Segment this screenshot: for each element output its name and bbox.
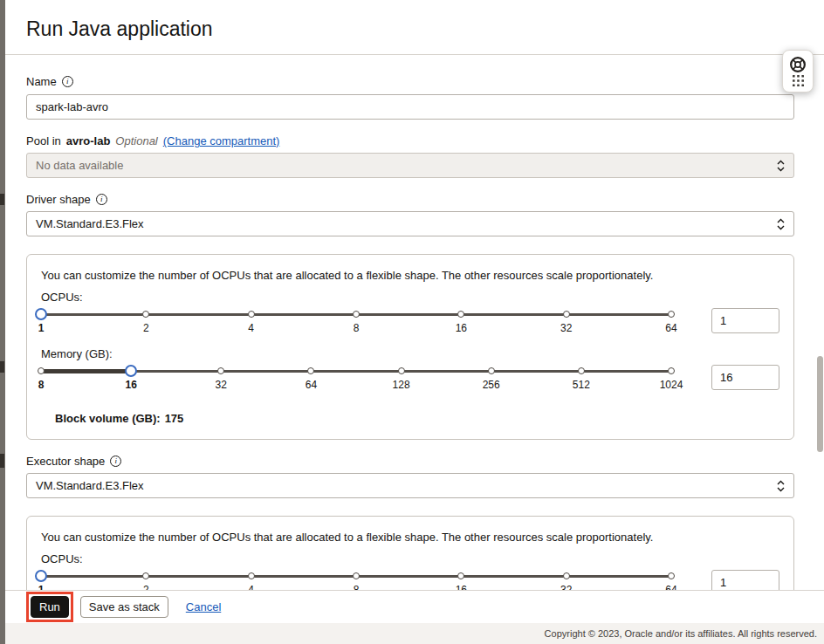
name-label: Name <box>26 74 57 89</box>
slider-tick <box>142 311 149 318</box>
block-volume: Block volume (GB): 175 <box>41 412 779 425</box>
info-icon[interactable]: i <box>96 194 107 205</box>
executor-ocpus-slider[interactable] <box>41 570 671 582</box>
change-compartment-link[interactable]: (Change compartment) <box>163 134 280 148</box>
tick-label: 16 <box>125 379 136 391</box>
name-input[interactable] <box>26 94 794 120</box>
panel-footer: Run Save as stack Cancel <box>5 590 824 623</box>
slider-tick <box>38 367 45 374</box>
flex-shape-note: You can customize the number of OCPUs th… <box>41 269 779 283</box>
driver-ocpus-slider-row: 1 2 4 8 16 32 64 <box>41 308 779 336</box>
driver-memory-input[interactable] <box>711 365 779 390</box>
executor-ocpus-label: OCPUs: <box>41 552 779 566</box>
tick-label: 16 <box>456 584 467 590</box>
executor-ocpus-input[interactable] <box>711 570 779 590</box>
slider-track-fill <box>41 369 131 373</box>
tick-label: 64 <box>665 322 676 334</box>
slider-tick <box>353 572 360 579</box>
slider-handle[interactable] <box>35 308 47 320</box>
executor-ocpus-tick-labels: 1 2 4 8 16 32 64 <box>41 584 671 590</box>
optional-tag: Optional <box>115 134 157 148</box>
run-button[interactable]: Run <box>31 596 69 618</box>
driver-ocpus-label: OCPUs: <box>41 290 779 305</box>
slider-tick <box>668 311 675 318</box>
info-glyph: i <box>115 457 118 465</box>
executor-ocpus-slider-row: 1 2 4 8 16 32 64 <box>41 570 779 590</box>
click-annotation-highlight: Run <box>26 592 73 622</box>
tick-label: 256 <box>483 379 500 391</box>
pool-label: Pool in <box>26 134 61 148</box>
background-page-remnant <box>0 454 4 468</box>
flex-shape-note: You can customize the number of OCPUs th… <box>41 531 779 545</box>
slider-tick <box>563 572 570 579</box>
tick-label: 1 <box>38 322 45 334</box>
help-widget <box>782 50 814 92</box>
background-page-remnant <box>0 194 4 205</box>
tick-label: 1024 <box>660 379 683 391</box>
status-bar: Copyright © 2023, Oracle and/or its affi… <box>5 623 824 644</box>
tick-label: 32 <box>560 584 572 590</box>
tick-label: 8 <box>354 584 360 590</box>
tick-label: 8 <box>38 379 45 391</box>
background-overlay-strip <box>0 0 5 644</box>
info-icon[interactable]: i <box>110 456 121 467</box>
slider-handle[interactable] <box>125 365 137 377</box>
pool-compartment-name: avro-lab <box>66 134 111 148</box>
save-as-stack-button[interactable]: Save as stack <box>80 596 168 618</box>
pool-select-value: No data available <box>36 159 123 172</box>
panel-content: Name i Pool in avro-lab Optional (Change… <box>5 55 824 590</box>
slider-tick <box>578 367 585 374</box>
slider-tick <box>563 311 570 318</box>
info-icon[interactable]: i <box>62 76 73 87</box>
slider-tick <box>142 572 149 579</box>
app-launcher-button[interactable] <box>792 74 805 87</box>
screen: Run Java application Name i Pool in avro… <box>0 0 824 644</box>
pool-field-label-row: Pool in avro-lab Optional (Change compar… <box>26 134 794 148</box>
slider-handle[interactable] <box>35 570 47 582</box>
tick-label: 1 <box>38 584 45 590</box>
tick-label: 64 <box>665 584 676 590</box>
driver-memory-slider[interactable] <box>41 365 671 377</box>
select-chevrons-icon <box>776 159 786 173</box>
executor-shape-select-value: VM.Standard.E3.Flex <box>36 479 144 492</box>
help-button[interactable] <box>788 55 807 74</box>
tick-label: 32 <box>216 379 227 391</box>
slider-tick <box>353 311 360 318</box>
info-glyph: i <box>100 195 103 203</box>
slider-tick <box>668 367 675 374</box>
select-chevrons-icon <box>776 479 786 493</box>
executor-shape-label-row: Executor shape i <box>26 454 794 469</box>
slider-tick <box>668 572 675 579</box>
driver-memory-slider-row: 8 16 32 64 128 256 512 1024 <box>41 365 779 393</box>
driver-ocpus-tick-labels: 1 2 4 8 16 32 64 <box>41 322 671 336</box>
executor-shape-select[interactable]: VM.Standard.E3.Flex <box>26 473 794 498</box>
tick-label: 16 <box>456 322 467 334</box>
slider-tick <box>457 572 464 579</box>
slider-tick <box>217 367 224 374</box>
driver-shape-label-row: Driver shape i <box>26 192 794 207</box>
driver-shape-select-value: VM.Standard.E3.Flex <box>36 217 144 230</box>
pool-select[interactable]: No data available <box>26 153 794 178</box>
driver-shape-config-box: You can customize the number of OCPUs th… <box>26 254 794 440</box>
tick-label: 2 <box>143 584 149 590</box>
tick-label: 8 <box>354 322 360 334</box>
grid-dots-icon <box>792 74 805 87</box>
slider-tick <box>307 367 314 374</box>
select-chevrons-icon <box>776 217 786 231</box>
background-page-remnant <box>0 361 4 373</box>
cancel-link[interactable]: Cancel <box>186 600 221 613</box>
driver-memory-tick-labels: 8 16 32 64 128 256 512 1024 <box>41 379 671 393</box>
driver-shape-select[interactable]: VM.Standard.E3.Flex <box>26 211 794 236</box>
slider-tick <box>248 311 255 318</box>
info-glyph: i <box>66 78 69 86</box>
name-field-label-row: Name i <box>26 74 794 89</box>
scrollbar-thumb[interactable] <box>817 356 823 452</box>
tick-label: 64 <box>306 379 317 391</box>
driver-ocpus-input[interactable] <box>711 308 779 333</box>
tick-label: 2 <box>143 322 149 334</box>
tick-label: 512 <box>573 379 590 391</box>
slider-tick <box>248 572 255 579</box>
copyright-text: Copyright © 2023, Oracle and/or its affi… <box>545 628 817 639</box>
driver-ocpus-slider[interactable] <box>41 308 671 320</box>
slider-tick <box>398 367 405 374</box>
